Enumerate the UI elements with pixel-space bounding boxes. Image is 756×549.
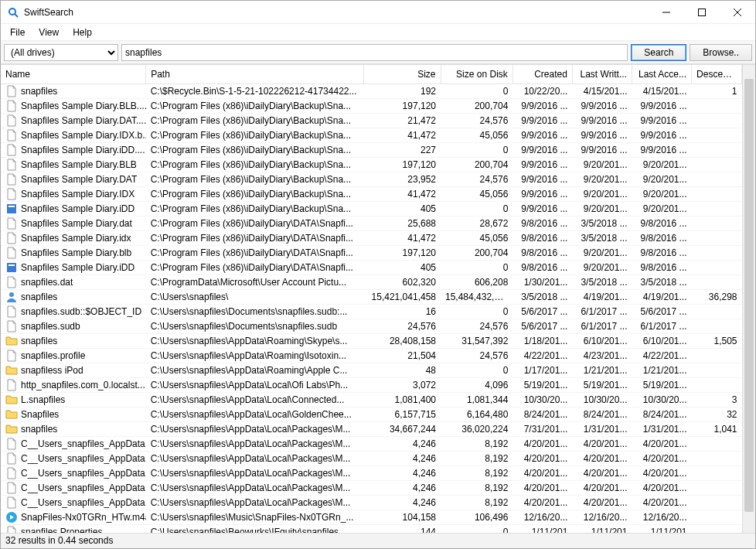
vertical-scrollbar[interactable] [742, 65, 755, 533]
cell-accessed: 4/20/201... [632, 495, 691, 510]
col-size-on-disk[interactable]: Size on Disk [441, 65, 513, 84]
col-last-accessed[interactable]: Last Acce... [632, 65, 691, 84]
table-row[interactable]: C__Users_snapfiles_AppData...C:\Users\sn… [1, 451, 742, 465]
table-row[interactable]: L.snapfilesC:\Users\snapfiles\AppData\Lo… [1, 392, 742, 407]
cell-name: snapfiles [21, 424, 57, 435]
cell-created: 3/5/2018 ... [513, 289, 572, 304]
table-row[interactable]: Snapfiles Sample Diary.idxC:\Program Fil… [1, 230, 742, 245]
cell-descendants [692, 230, 742, 245]
table-row[interactable]: Snapfiles Sample Diary.IDXC:\Program Fil… [1, 186, 742, 201]
cell-size-on-disk: 200,704 [441, 98, 513, 113]
file-icon [5, 114, 18, 127]
table-row[interactable]: snanfiles PronertiesC:\Users\snanfiles\B… [1, 524, 742, 533]
maximize-button[interactable] [684, 1, 720, 24]
cell-size-on-disk: 0 [441, 524, 513, 533]
cell-accessed: 9/8/2016 ... [632, 216, 691, 230]
menu-view[interactable]: View [32, 26, 65, 39]
cell-accessed: 9/20/201... [632, 186, 691, 201]
cell-written: 9/9/2016 ... [572, 98, 632, 113]
file-icon [5, 350, 18, 362]
table-row[interactable]: Snapfiles Sample Diary.BLBC:\Program Fil… [1, 157, 742, 172]
table-row[interactable]: C__Users_snapfiles_AppData...C:\Users\sn… [1, 465, 742, 480]
toolbar: (All drives) Search Browse.. [1, 41, 755, 64]
menu-help[interactable]: Help [66, 26, 98, 39]
cell-created: 4/20/201... [513, 495, 572, 510]
cell-descendants [692, 480, 742, 495]
cell-name: Snapfiles Sample Diary.DAT [21, 174, 137, 185]
col-descendants[interactable]: Descend... [692, 65, 742, 84]
col-path[interactable]: Path [146, 65, 364, 84]
table-row[interactable]: snapfilesC:\Users\snapfiles\AppData\Loca… [1, 421, 742, 436]
cell-name: Snapfiles Sample Diary.dat [21, 218, 132, 229]
svg-line-1 [15, 14, 18, 17]
cell-created: 9/8/2016 ... [513, 216, 572, 230]
cell-size: 41,472 [364, 128, 441, 142]
table-row[interactable]: Snapfiles Sample Diary.BLB....C:\Program… [1, 98, 742, 113]
minimize-button[interactable] [649, 1, 684, 24]
table-row[interactable]: snapfiles.profileC:\Users\snapfiles\AppD… [1, 348, 742, 363]
cell-size-on-disk: 8,192 [441, 465, 513, 480]
cell-descendants [692, 142, 742, 157]
cell-size: 34,667,244 [364, 421, 441, 436]
cell-accessed: 10/30/20... [632, 392, 691, 407]
search-input[interactable] [121, 44, 628, 61]
table-row[interactable]: C__Users_snapfiles_AppData...C:\Users\sn… [1, 495, 742, 510]
table-row[interactable]: SnapfilesC:\Users\snapfiles\AppData\Loca… [1, 407, 742, 421]
cell-accessed: 5/19/201... [632, 377, 691, 392]
cell-accessed: 4/19/201... [632, 289, 691, 304]
table-row[interactable]: snapfilesC:\$Recycle.Bin\S-1-5-21-102226… [1, 84, 742, 98]
table-row[interactable]: http_snapfiles.com_0.localst...C:\Users\… [1, 377, 742, 392]
table-row[interactable]: Snapfiles Sample Diary.DATC:\Program Fil… [1, 172, 742, 186]
cell-size: 602,320 [364, 274, 441, 289]
table-row[interactable]: Snapfiles Sample Diary.iDDC:\Program Fil… [1, 260, 742, 274]
cell-created: 4/20/201... [513, 465, 572, 480]
cell-path: C:\Users\snapfiles\AppData\Local\Ofi Lab… [146, 377, 364, 392]
cell-size-on-disk: 0 [441, 304, 513, 319]
cell-size: 21,472 [364, 113, 441, 128]
cell-size: 21,504 [364, 348, 441, 363]
cell-written: 6/10/201... [572, 333, 632, 348]
cell-created: 4/20/201... [513, 436, 572, 451]
cell-written: 9/9/2016 ... [572, 142, 632, 157]
table-row[interactable]: snapfiles.datC:\ProgramData\Microsoft\Us… [1, 274, 742, 289]
col-last-written[interactable]: Last Writt... [572, 65, 632, 84]
col-created[interactable]: Created [513, 65, 572, 84]
folder-icon [5, 408, 18, 421]
cell-path: C:\Users\snanfiles\Beowurks\IFquity\snan… [146, 524, 364, 533]
cell-written: 6/1/2017 ... [572, 319, 632, 333]
cell-accessed: 12/16/20... [632, 510, 691, 524]
table-row[interactable]: snapfiles.sudb::$OBJECT_IDC:\Users\snapf… [1, 304, 742, 319]
cell-size-on-disk: 0 [441, 260, 513, 274]
browse-button[interactable]: Browse.. [690, 44, 752, 61]
cell-written: 4/20/201... [572, 436, 632, 451]
col-name[interactable]: Name [1, 65, 146, 84]
table-row[interactable]: Snapfiles Sample Diary.iDDC:\Program Fil… [1, 201, 742, 216]
scrollbar-thumb[interactable] [744, 79, 754, 512]
table-row[interactable]: C__Users_snapfiles_AppData...C:\Users\sn… [1, 480, 742, 495]
table-row[interactable]: C__Users_snapfiles_AppData...C:\Users\sn… [1, 436, 742, 451]
cell-size-on-disk: 1,081,344 [441, 392, 513, 407]
table-row[interactable]: Snapfiles Sample Diary.iDD....C:\Program… [1, 142, 742, 157]
table-row[interactable]: snapfiles.sudbC:\Users\snapfiles\Documen… [1, 319, 742, 333]
svg-rect-3 [699, 9, 706, 15]
table-row[interactable]: Snapfiles Sample Diary.DAT....C:\Program… [1, 113, 742, 128]
table-row[interactable]: snapfilesC:\Users\snapfiles\15,421,041,4… [1, 289, 742, 304]
table-row[interactable]: SnapFiles-Nx0TGRn_HTw.m4aC:\Users\snapfi… [1, 510, 742, 524]
table-row[interactable]: Snapfiles Sample Diary.datC:\Program Fil… [1, 216, 742, 230]
table-row[interactable]: snapfiless iPodC:\Users\snapfiles\AppDat… [1, 363, 742, 377]
cell-name: Snapfiles Sample Diary.idx [21, 233, 131, 244]
file-icon [5, 438, 18, 450]
drive-select[interactable]: (All drives) [4, 44, 118, 61]
table-row[interactable]: Snapfiles Sample Diary.blbC:\Program Fil… [1, 245, 742, 260]
close-button[interactable] [720, 1, 755, 24]
cell-size: 4,246 [364, 436, 441, 451]
search-button[interactable]: Search [631, 44, 686, 61]
cell-descendants [692, 201, 742, 216]
menu-file[interactable]: File [4, 26, 31, 39]
cell-created: 9/9/2016 ... [513, 157, 572, 172]
cell-accessed: 8/24/201... [632, 407, 691, 421]
col-size[interactable]: Size [364, 65, 441, 84]
table-row[interactable]: Snapfiles Sample Diary.IDX.b...C:\Progra… [1, 128, 742, 142]
cell-size-on-disk: 8,192 [441, 436, 513, 451]
table-row[interactable]: snapfilesC:\Users\snapfiles\AppData\Roam… [1, 333, 742, 348]
